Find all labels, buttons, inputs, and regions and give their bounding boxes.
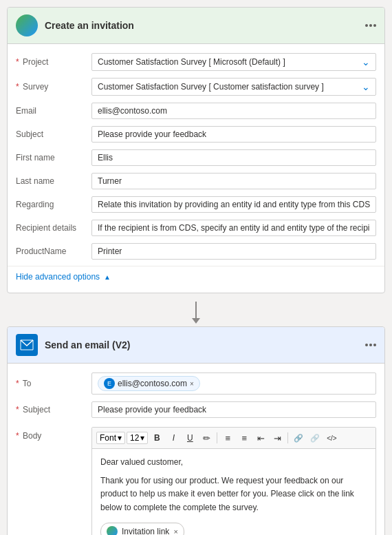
email-subject-label: * Subject [16,405,91,415]
to-label: * To [16,379,91,388]
email-subject-input[interactable] [91,401,376,418]
card2-body: * To E ellis@contoso.com × * Subject [8,364,384,535]
to-email-value: ellis@contoso.com [118,379,187,388]
email-body-label: * Body [16,427,91,441]
rte-ul-button[interactable]: ≡ [237,430,252,445]
subject-label: Subject [16,129,91,139]
lastname-label: Last name [16,176,91,186]
to-row: * To E ellis@contoso.com × [8,369,384,398]
productname-input[interactable] [91,243,376,260]
regarding-label: Regarding [16,200,91,209]
to-required: * [16,379,19,388]
rte-bold-button[interactable]: B [149,430,164,445]
invitation-tag-icon [107,526,118,535]
card2-header: Send an email (V2) [8,327,384,364]
create-invitation-card: Create an invitation * Project Customer … [7,7,385,293]
project-chevron-icon: ⌄ [362,56,370,67]
send-email-card: Send an email (V2) * To E ellis@contoso.… [7,326,385,535]
lastname-row: Last name [8,169,384,193]
email-body-row: * Body Font ▾ 12 ▾ B I U ✏ [8,421,384,535]
invitation-tag-label: Invitation link [122,525,169,535]
arrow-shaft [195,302,197,318]
rte-indent-right-button[interactable]: ⇥ [270,430,285,445]
recipient-details-input[interactable] [91,220,376,236]
invitation-link-tag[interactable]: Invitation link × [100,523,184,535]
card1-icon [16,14,38,36]
recipient-details-label: Recipient details [16,223,91,233]
to-email-remove-button[interactable]: × [190,380,194,388]
rte-unlink-button[interactable]: 🔗 [307,430,323,445]
rte-size-chevron-icon: ▾ [140,433,144,443]
rte-size-select[interactable]: 12 ▾ [127,432,148,444]
hide-advanced-label: Hide advanced options [16,272,100,282]
survey-required: * [16,82,19,92]
invitation-tag-container: Invitation link × [100,520,367,535]
project-row: * Project Customer Satisfaction Survey [… [8,50,384,74]
to-input[interactable]: E ellis@contoso.com × [91,373,376,395]
project-value: Customer Satisfaction Survey [ Microsoft… [98,57,285,67]
card1-header: Create an invitation [8,8,384,44]
firstname-input[interactable] [91,149,376,166]
rte-highlight-button[interactable]: ✏ [199,430,214,445]
email-input[interactable] [91,103,376,119]
rte-underline-button[interactable]: U [182,430,197,445]
rte-italic-button[interactable]: I [166,430,181,445]
invitation-tag-remove-button[interactable]: × [173,526,177,535]
project-label: * Project [16,57,91,67]
to-email-avatar: E [104,378,115,389]
regarding-row: Regarding [8,193,384,216]
project-select[interactable]: Customer Satisfaction Survey [ Microsoft… [91,53,376,71]
email-body-editor[interactable]: Font ▾ 12 ▾ B I U ✏ ≡ ≡ ⇤ ⇥ [91,427,376,535]
email-subject-row: * Subject [8,398,384,421]
rte-line1: Dear valued customer, [100,456,367,469]
rte-font-select[interactable]: Font ▾ [96,432,125,444]
recipient-details-row: Recipient details [8,216,384,240]
rte-separator-2 [287,432,288,443]
subject-row: Subject [8,123,384,146]
rte-code-button[interactable]: </> [324,430,339,445]
rte-line2: Thank you for using our product. We requ… [100,474,367,514]
card1-menu-button[interactable] [365,24,376,27]
flow-connector [7,299,385,326]
rte-font-value: Font [100,433,116,443]
card2-menu-button[interactable] [365,344,376,346]
subject-input[interactable] [91,126,376,143]
project-required: * [16,57,19,67]
email-row: Email [8,99,384,123]
survey-label: * Survey [16,82,91,92]
to-email-tag: E ellis@contoso.com × [98,376,200,391]
rte-size-value: 12 [130,433,139,443]
email-subject-required: * [16,405,19,415]
survey-select[interactable]: Customer Satisfaction Survey [ Customer … [91,78,376,96]
firstname-label: First name [16,153,91,162]
productname-row: ProductName [8,240,384,263]
arrow-head-icon [192,318,200,324]
rte-indent-left-button[interactable]: ⇤ [253,430,268,445]
lastname-input[interactable] [91,173,376,189]
arrow-line [192,302,200,324]
rte-body-content[interactable]: Dear valued customer, Thank you for usin… [92,449,375,535]
card2-icon [16,334,38,356]
card2-title: Send an email (V2) [45,339,358,350]
hide-advanced-chevron-icon: ▲ [104,273,111,281]
card1-title: Create an invitation [45,20,358,31]
rte-ol-button[interactable]: ≡ [220,430,235,445]
email-body-required: * [16,431,19,441]
email-label: Email [16,106,91,116]
survey-chevron-icon: ⌄ [362,81,370,92]
firstname-row: First name [8,146,384,169]
rte-toolbar: Font ▾ 12 ▾ B I U ✏ ≡ ≡ ⇤ ⇥ [92,428,375,449]
hide-advanced-toggle[interactable]: Hide advanced options ▲ [8,266,384,287]
rte-link-button[interactable]: 🔗 [291,430,306,445]
rte-separator-1 [217,432,217,443]
card1-body: * Project Customer Satisfaction Survey [… [8,44,384,293]
survey-value: Customer Satisfaction Survey [ Customer … [98,82,324,92]
regarding-input[interactable] [91,196,376,213]
productname-label: ProductName [16,246,91,256]
survey-row: * Survey Customer Satisfaction Survey [ … [8,74,384,99]
rte-font-chevron-icon: ▾ [118,433,122,443]
